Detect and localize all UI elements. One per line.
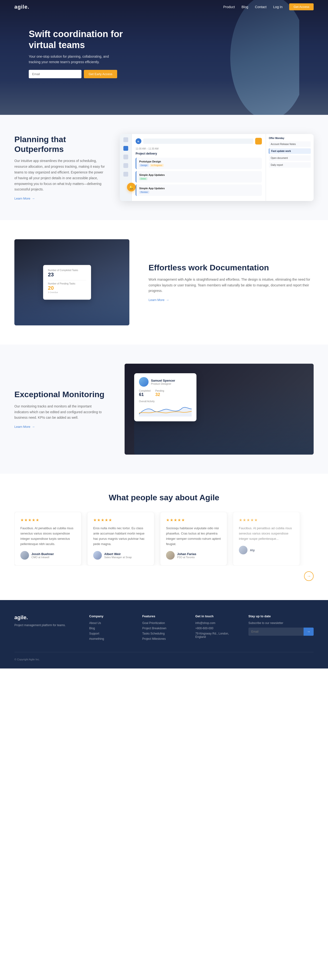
- footer-features-heading: Features: [142, 614, 186, 618]
- footer-link-milestones[interactable]: Project Milestones: [142, 637, 186, 641]
- monitor-chart: [139, 404, 192, 417]
- mockup-right-panel: Offer Monday Account Release Notes Fast …: [266, 134, 314, 201]
- author-avatar-1: [20, 551, 29, 560]
- footer-copyright: © Copyright Agile Inc.: [14, 658, 40, 661]
- monitor-stats: Completed 61 Pending 32: [139, 390, 192, 397]
- planning-mockup: a. 11:00 AM – 11:30 AM Project delivery …: [120, 134, 314, 201]
- mockup-inner: a. 11:00 AM – 11:30 AM Project delivery …: [120, 134, 314, 201]
- docs-card-row-1: Number of Completed Tasks 23: [48, 269, 86, 278]
- footer-link-goal[interactable]: Goal Prioritization: [142, 621, 186, 625]
- nav-product[interactable]: Product: [223, 5, 235, 9]
- author-info-1: Jossh Buehner CMO at Inkwell: [31, 552, 54, 558]
- notification-badge: 🔔: [127, 183, 136, 191]
- footer-email-input[interactable]: [248, 628, 304, 636]
- arrow-right-icon-monitor: →: [32, 425, 35, 428]
- testimonial-author-3: Johan Farias P3O at Toronto: [166, 551, 221, 560]
- sidebar-dot-5: [123, 172, 128, 177]
- footer-grid: agile. Project management platform for t…: [14, 614, 314, 643]
- stars-1: ★★★★★: [20, 518, 75, 522]
- footer-address: 79 Kingsway Rd., London, England: [195, 632, 239, 639]
- footer-contact: Get in touch info@shop.com +800-600-000 …: [195, 614, 239, 643]
- monitoring-heading: Exceptional Monitoring: [14, 390, 106, 399]
- monitoring-text: Exceptional Monitoring Our monitoring tr…: [14, 390, 106, 429]
- footer-link-blog[interactable]: Blog: [89, 627, 133, 630]
- testimonial-text-4: Faucibus. At penatibus ad cubilia risus …: [239, 526, 294, 541]
- footer-link-about[interactable]: About Us: [89, 621, 133, 625]
- testimonials-title: What people say about Agile: [14, 493, 314, 502]
- monitor-info: Samuel Spencer Product Designer: [151, 379, 175, 385]
- footer-newsletter: Stay up to date Subscribe to our newslet…: [248, 614, 314, 643]
- nav-links: Product Blog Contact Log In Get Access: [223, 3, 314, 10]
- mock-card-3: Simple App Updates Review: [136, 185, 262, 196]
- footer-link-support[interactable]: Support: [89, 632, 133, 635]
- footer-link-scheduling[interactable]: Tasks Scheduling: [142, 632, 186, 635]
- docs-heading: Effortless work Documentation: [149, 263, 314, 272]
- mock-right-item-3: Open document: [269, 155, 311, 161]
- monitor-profile-card: Samuel Spencer Product Designer Complete…: [134, 373, 197, 422]
- footer-subscribe-button[interactable]: →: [304, 628, 314, 636]
- sidebar-dot-3: [123, 154, 128, 159]
- footer-logo: agile.: [14, 614, 80, 620]
- hero-section: Swift coordination for virtual teams You…: [0, 0, 328, 115]
- mock-icon-button: [255, 138, 262, 145]
- monitor-profile: Samuel Spencer Product Designer: [139, 377, 192, 387]
- planning-heading: Planning that Outperforms: [14, 134, 106, 154]
- planning-learn-more[interactable]: Learn More →: [14, 197, 35, 200]
- testimonial-card-1: ★★★★★ Faucibus. At penatibus ad cubilia …: [14, 512, 82, 566]
- testimonial-text-1: Faucibus. At penatibus ad cubilia risus …: [20, 526, 75, 547]
- mock-header: a.: [136, 138, 262, 145]
- nav-cta-button[interactable]: Get Access: [289, 3, 314, 10]
- footer-contact-heading: Get in touch: [195, 614, 239, 618]
- nav-blog[interactable]: Blog: [242, 5, 248, 9]
- hero-subtitle: Your one-stop solution for planning, col…: [29, 54, 115, 65]
- docs-image: Number of Completed Tasks 23 Number of P…: [14, 239, 130, 325]
- author-info-4: Aly: [250, 548, 255, 552]
- testimonials-section: What people say about Agile ★★★★★ Faucib…: [0, 474, 328, 600]
- testimonial-author-1: Jossh Buehner CMO at Inkwell: [20, 551, 75, 560]
- monitoring-section: Exceptional Monitoring Our monitoring tr…: [0, 345, 328, 474]
- sidebar-dot-1: [123, 137, 128, 142]
- author-info-3: Johan Farias P3O at Toronto: [177, 552, 196, 558]
- author-avatar-4: [239, 546, 248, 554]
- testimonial-text-2: Eros nulla mollis nec tortor. Eu class a…: [93, 526, 148, 547]
- monitor-completed: Completed 61: [139, 390, 150, 397]
- footer-subscribe-form: →: [248, 628, 314, 636]
- testimonial-card-4: ★★★★★ Faucibus. At penatibus ad cubilia …: [233, 512, 300, 566]
- testimonials-grid: ★★★★★ Faucibus. At penatibus ad cubilia …: [14, 512, 314, 566]
- docs-learn-more[interactable]: Learn More →: [149, 298, 169, 302]
- nav-logo: agile.: [14, 4, 29, 10]
- monitor-pending: Pending 32: [155, 390, 164, 397]
- footer-link-breakdown[interactable]: Project Breakdown: [142, 627, 186, 630]
- testimonial-text-3: Sociosqu habitasse vulputate odio nisi p…: [166, 526, 221, 547]
- footer-link-misc[interactable]: #something: [89, 637, 133, 641]
- mock-tags-2: Done: [139, 177, 259, 180]
- monitoring-learn-more[interactable]: Learn More →: [14, 425, 35, 428]
- docs-text: Effortless work Documentation Work manag…: [149, 263, 314, 302]
- hero-cta-button[interactable]: Get Early Access: [84, 70, 117, 78]
- testimonial-author-2: Albert Weir Sales Manager at Snap: [93, 551, 148, 560]
- hero-title: Swift coordination for virtual teams: [29, 29, 125, 51]
- monitoring-body: Our monitoring tracks and monitors all t…: [14, 404, 106, 421]
- footer-tagline: Project management platform for teams.: [14, 623, 80, 628]
- docs-body: Work management with Agile is straightfo…: [149, 277, 314, 294]
- hero-form: Get Early Access: [29, 70, 328, 78]
- mock-right-item-4: Daily report: [269, 162, 311, 168]
- stars-3: ★★★★★: [166, 518, 221, 522]
- hero-email-input[interactable]: [29, 70, 82, 78]
- mock-right-item-2: Fast update work: [269, 148, 311, 154]
- planning-section: Planning that Outperforms Our intuitive …: [0, 115, 328, 220]
- testimonials-next-button[interactable]: →: [304, 571, 314, 581]
- mockup-main: a. 11:00 AM – 11:30 AM Project delivery …: [132, 134, 266, 201]
- docs-divider: [48, 280, 86, 280]
- stars-2: ★★★★★: [93, 518, 148, 522]
- nav-login[interactable]: Log In: [273, 5, 283, 9]
- mock-tags-1: Design In Progress: [139, 164, 259, 167]
- testimonial-card-3: ★★★★★ Sociosqu habitasse vulputate odio …: [160, 512, 227, 566]
- mock-right-item-1: Account Release Notes: [269, 142, 311, 147]
- nav-contact[interactable]: Contact: [255, 5, 266, 9]
- docs-completed-label: Number of Completed Tasks 23: [48, 269, 78, 278]
- mock-card-2: Simple App Updates Done: [136, 171, 262, 183]
- arrow-right-icon-docs: →: [166, 298, 169, 302]
- stars-4: ★★★★★: [239, 518, 294, 522]
- footer-bottom: © Copyright Agile Inc.: [14, 652, 314, 661]
